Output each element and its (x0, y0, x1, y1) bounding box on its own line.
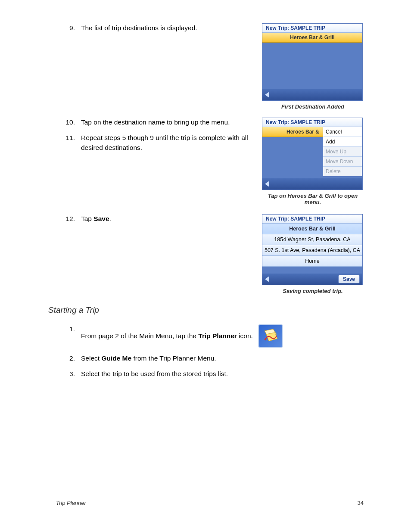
menu-delete[interactable]: Delete (323, 167, 362, 176)
back-icon[interactable] (265, 92, 269, 98)
device-first-destination: New Trip: SAMPLE TRIP Heroes Bar & Grill (262, 23, 363, 101)
destination-row[interactable]: Heroes Bar & Grill (262, 33, 362, 43)
list-item[interactable]: Home (262, 256, 362, 267)
start-step-2: 2. Select Guide Me from the Trip Planner… (56, 354, 364, 363)
start-step-1: 1. From page 2 of the Main Menu, tap the… (56, 324, 364, 348)
caption-1: First Destination Added (262, 103, 364, 110)
steps-block-a: 9. The list of trip destinations is disp… (56, 23, 253, 33)
page-number: 34 (358, 500, 364, 506)
list-item[interactable]: Heroes Bar & Grill (262, 224, 362, 234)
step-number: 9. (56, 23, 81, 33)
svg-point-2 (265, 339, 267, 341)
section-starting-trip: Starting a Trip (48, 305, 364, 315)
steps-block-c: 12. Tap Save. (56, 214, 253, 224)
back-icon[interactable] (265, 276, 269, 282)
caption-2: Tap on Heroes Bar & Grill to open menu. (262, 193, 364, 205)
caption-3: Saving completed trip. (262, 288, 364, 294)
device-menu-open: New Trip: SAMPLE TRIP Heroes Bar & Cance… (262, 118, 363, 190)
footer-section: Trip Planner (56, 500, 86, 506)
back-icon[interactable] (265, 181, 269, 187)
context-menu: Cancel Add Move Up Move Down Delete (323, 127, 362, 177)
step-12: 12. Tap Save. (56, 214, 253, 224)
menu-move-up[interactable]: Move Up (323, 147, 362, 157)
device-trip-complete: New Trip: SAMPLE TRIP Heroes Bar & Grill… (262, 214, 363, 285)
trip-planner-icon (258, 324, 283, 348)
step-text: The list of trip destinations is display… (81, 23, 253, 33)
menu-move-down[interactable]: Move Down (323, 157, 362, 167)
step-9: 9. The list of trip destinations is disp… (56, 23, 253, 33)
device-title: New Trip: SAMPLE TRIP (262, 24, 362, 33)
start-step-3: 3. Select the trip to be used from the s… (56, 369, 364, 379)
device-title: New Trip: SAMPLE TRIP (262, 118, 362, 127)
device-title: New Trip: SAMPLE TRIP (262, 215, 362, 224)
steps-block-b: 10. Tap on the destination name to bring… (56, 118, 253, 152)
menu-cancel[interactable]: Cancel (323, 127, 362, 137)
step-10: 10. Tap on the destination name to bring… (56, 118, 253, 127)
list-item[interactable]: 1854 Wagner St, Pasadena, CA (262, 234, 362, 245)
list-item[interactable]: 507 S. 1st Ave, Pasadena (Arcadia), CA (262, 245, 362, 256)
page-footer: Trip Planner 34 (56, 500, 364, 506)
start-steps: 1. From page 2 of the Main Menu, tap the… (56, 324, 364, 379)
menu-add[interactable]: Add (323, 137, 362, 147)
step-11: 11. Repeat steps 5 though 9 until the tr… (56, 133, 253, 152)
save-button[interactable]: Save (338, 275, 360, 283)
